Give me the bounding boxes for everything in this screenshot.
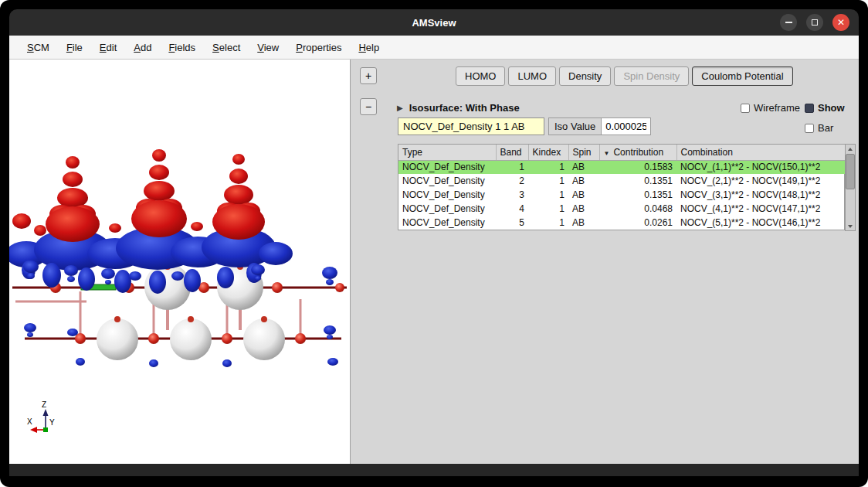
cell-contribution[interactable]: 0.1351 bbox=[599, 188, 676, 202]
menu-view[interactable]: View bbox=[249, 38, 287, 57]
tab-lumo[interactable]: LUMO bbox=[508, 66, 556, 86]
cell-kindex[interactable]: 1 bbox=[528, 202, 568, 216]
cell-type[interactable]: NOCV_Def_Density bbox=[398, 216, 496, 230]
cell-type[interactable]: NOCV_Def_Density bbox=[398, 174, 496, 188]
show-label: Show bbox=[818, 102, 845, 114]
cell-type[interactable]: NOCV_Def_Density bbox=[398, 160, 496, 174]
menu-select[interactable]: Select bbox=[204, 38, 249, 57]
table-row[interactable]: NOCV_Def_Density 1 1 AB 0.1583 NOCV_(1,1… bbox=[398, 160, 846, 174]
cell-type[interactable]: NOCV_Def_Density bbox=[398, 188, 496, 202]
iso-value-group: Iso Value bbox=[548, 117, 651, 135]
cell-contribution[interactable]: 0.0468 bbox=[599, 202, 676, 216]
tab-homo[interactable]: HOMO bbox=[456, 66, 505, 86]
expander-icon[interactable]: ▶ bbox=[397, 104, 403, 112]
cell-combination[interactable]: NOCV_(1,1)**2 - NOCV(150,1)**2 bbox=[676, 160, 846, 174]
column-header-type[interactable]: Type bbox=[398, 145, 496, 160]
column-header-spin[interactable]: Spin bbox=[568, 145, 599, 160]
table-row[interactable]: NOCV_Def_Density 3 1 AB 0.1351 NOCV_(3,1… bbox=[398, 188, 846, 202]
window-controls: ✕ bbox=[780, 14, 849, 31]
isosurface-header: ▶ Isosurface: With Phase bbox=[397, 102, 520, 114]
sort-descending-icon: ▼ bbox=[604, 150, 610, 157]
cell-spin[interactable]: AB bbox=[568, 160, 599, 174]
wireframe-checkbox[interactable]: Wireframe bbox=[741, 102, 800, 114]
cell-combination[interactable]: NOCV_(4,1)**2 - NOCV(147,1)**2 bbox=[676, 202, 846, 216]
iso-value-input[interactable] bbox=[602, 117, 651, 135]
tab-coulomb-potential[interactable]: Coulomb Potential bbox=[692, 66, 792, 86]
window-frame: AMSview ✕ SCM File Edit Add Fields Selec… bbox=[0, 0, 868, 487]
menu-edit[interactable]: Edit bbox=[91, 38, 125, 57]
remove-isosurface-button[interactable]: − bbox=[360, 98, 377, 115]
close-icon: ✕ bbox=[837, 18, 845, 27]
cell-combination[interactable]: NOCV_(5,1)**2 - NOCV(146,1)**2 bbox=[676, 216, 846, 230]
column-header-combination[interactable]: Combination bbox=[676, 145, 846, 160]
menu-add[interactable]: Add bbox=[125, 38, 160, 57]
scrollbar-thumb[interactable] bbox=[846, 154, 855, 189]
cell-type[interactable]: NOCV_Def_Density bbox=[398, 202, 496, 216]
table-row[interactable]: NOCV_Def_Density 5 1 AB 0.0261 NOCV_(5,1… bbox=[398, 216, 846, 230]
checkbox-checked-icon bbox=[805, 104, 814, 113]
scroll-down-icon bbox=[848, 225, 853, 228]
cell-spin[interactable]: AB bbox=[568, 216, 599, 230]
tab-spin-density: Spin Density bbox=[614, 66, 689, 86]
cell-band[interactable]: 2 bbox=[496, 174, 528, 188]
checkbox-unchecked-icon bbox=[805, 124, 814, 133]
add-field-button[interactable]: + bbox=[360, 67, 377, 84]
close-button[interactable]: ✕ bbox=[832, 14, 849, 31]
window-title: AMSview bbox=[412, 17, 456, 29]
iso-value-label: Iso Value bbox=[548, 117, 602, 135]
cell-combination[interactable]: NOCV_(2,1)**2 - NOCV(149,1)**2 bbox=[676, 174, 846, 188]
field-name-input[interactable] bbox=[398, 117, 544, 135]
cell-band[interactable]: 1 bbox=[496, 160, 528, 174]
bar-label: Bar bbox=[818, 122, 833, 134]
column-header-contribution[interactable]: ▼Contribution bbox=[599, 145, 676, 160]
cell-spin[interactable]: AB bbox=[568, 202, 599, 216]
menu-help[interactable]: Help bbox=[350, 38, 388, 57]
cell-contribution[interactable]: 0.0261 bbox=[599, 216, 676, 230]
table-scrollbar[interactable] bbox=[845, 144, 856, 231]
cell-band[interactable]: 5 bbox=[496, 216, 528, 230]
scroll-down-button[interactable] bbox=[846, 222, 855, 230]
cell-spin[interactable]: AB bbox=[568, 188, 599, 202]
table-row[interactable]: NOCV_Def_Density 4 1 AB 0.0468 NOCV_(4,1… bbox=[398, 202, 846, 216]
cell-band[interactable]: 3 bbox=[496, 188, 528, 202]
y-axis-dot bbox=[43, 427, 48, 432]
wireframe-label: Wireframe bbox=[754, 102, 800, 114]
table-row[interactable]: NOCV_Def_Density 2 1 AB 0.1351 NOCV_(2,1… bbox=[398, 174, 846, 188]
cell-contribution[interactable]: 0.1583 bbox=[599, 160, 676, 174]
control-panel: + HOMO LUMO Density Spin Density Coulomb… bbox=[351, 60, 859, 464]
axis-z-label: Z bbox=[42, 400, 46, 409]
cell-kindex[interactable]: 1 bbox=[528, 216, 568, 230]
menu-fields[interactable]: Fields bbox=[160, 38, 204, 57]
table-header-row: Type Band Kindex Spin ▼Contribution Comb… bbox=[398, 145, 846, 160]
cell-kindex[interactable]: 1 bbox=[528, 160, 568, 174]
scroll-up-button[interactable] bbox=[846, 145, 855, 153]
bar-checkbox[interactable]: Bar bbox=[805, 122, 833, 134]
cell-kindex[interactable]: 1 bbox=[528, 174, 568, 188]
maximize-button[interactable] bbox=[806, 14, 823, 31]
tab-density[interactable]: Density bbox=[559, 66, 611, 86]
cell-contribution[interactable]: 0.1351 bbox=[599, 174, 676, 188]
fields-table: Type Band Kindex Spin ▼Contribution Comb… bbox=[398, 144, 845, 230]
cell-combination[interactable]: NOCV_(3,1)**2 - NOCV(148,1)**2 bbox=[676, 188, 846, 202]
cell-band[interactable]: 4 bbox=[496, 202, 528, 216]
axes-indicator: Z X Y bbox=[27, 400, 55, 433]
minimize-button[interactable] bbox=[780, 14, 797, 31]
field-tabs: HOMO LUMO Density Spin Density Coulomb P… bbox=[456, 66, 793, 86]
contribution-header-label: Contribution bbox=[613, 147, 663, 158]
column-header-band[interactable]: Band bbox=[496, 145, 528, 160]
positive-isosurface bbox=[12, 149, 265, 242]
cell-spin[interactable]: AB bbox=[568, 174, 599, 188]
show-checkbox[interactable]: Show bbox=[805, 102, 845, 114]
titlebar[interactable]: AMSview ✕ bbox=[9, 9, 859, 36]
menu-scm[interactable]: SCM bbox=[19, 38, 58, 57]
column-header-kindex[interactable]: Kindex bbox=[528, 145, 568, 160]
menu-properties[interactable]: Properties bbox=[287, 38, 350, 57]
main-area: Z X Y + HOMO LUMO Density Spin Density C… bbox=[9, 60, 859, 464]
menu-file[interactable]: File bbox=[58, 38, 91, 57]
minimize-icon bbox=[785, 22, 792, 23]
status-bar bbox=[9, 464, 859, 476]
checkbox-unchecked-icon bbox=[741, 104, 750, 113]
molecule-viewport[interactable]: Z X Y bbox=[9, 60, 351, 464]
cell-kindex[interactable]: 1 bbox=[528, 188, 568, 202]
x-axis-arrow bbox=[30, 427, 37, 433]
